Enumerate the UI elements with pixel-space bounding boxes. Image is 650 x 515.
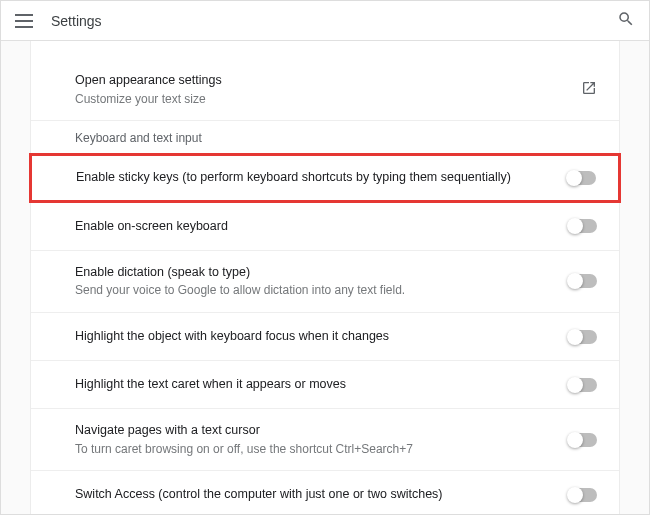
- search-icon[interactable]: [617, 10, 635, 32]
- page-title: Settings: [51, 13, 102, 29]
- topbar: Settings: [1, 1, 649, 41]
- row-desc: Customize your text size: [75, 91, 565, 108]
- row-desc: Send your voice to Google to allow dicta…: [75, 282, 553, 299]
- open-appearance-settings-row[interactable]: Open appearance settings Customize your …: [31, 59, 619, 121]
- caret-browsing-toggle[interactable]: [569, 433, 597, 447]
- menu-icon[interactable]: [15, 14, 33, 28]
- row-title: Highlight the text caret when it appears…: [75, 376, 553, 394]
- row-title: Enable dictation (speak to type): [75, 264, 553, 282]
- sticky-keys-toggle[interactable]: [568, 171, 596, 185]
- highlight-caret-toggle[interactable]: [569, 378, 597, 392]
- onscreen-keyboard-toggle[interactable]: [569, 219, 597, 233]
- content-area: Open appearance settings Customize your …: [1, 41, 649, 514]
- row-title: Enable sticky keys (to perform keyboard …: [76, 169, 552, 187]
- section-header-keyboard: Keyboard and text input: [31, 121, 619, 153]
- row-title: Open appearance settings: [75, 72, 565, 90]
- switch-access-row[interactable]: Switch Access (control the computer with…: [31, 471, 619, 514]
- dictation-toggle[interactable]: [569, 274, 597, 288]
- highlight-caret-row[interactable]: Highlight the text caret when it appears…: [31, 361, 619, 409]
- row-title: Navigate pages with a text cursor: [75, 422, 553, 440]
- onscreen-keyboard-row[interactable]: Enable on-screen keyboard: [31, 203, 619, 251]
- highlight-focus-toggle[interactable]: [569, 330, 597, 344]
- row-title: Switch Access (control the computer with…: [75, 486, 553, 504]
- sticky-keys-row[interactable]: Enable sticky keys (to perform keyboard …: [29, 153, 621, 203]
- row-desc: To turn caret browsing on or off, use th…: [75, 441, 553, 458]
- row-title: Enable on-screen keyboard: [75, 218, 553, 236]
- highlight-focus-row[interactable]: Highlight the object with keyboard focus…: [31, 313, 619, 361]
- settings-panel: Open appearance settings Customize your …: [30, 41, 620, 514]
- row-title: Highlight the object with keyboard focus…: [75, 328, 553, 346]
- switch-access-toggle[interactable]: [569, 488, 597, 502]
- caret-browsing-row[interactable]: Navigate pages with a text cursor To tur…: [31, 409, 619, 471]
- external-link-icon[interactable]: [581, 80, 597, 100]
- dictation-row[interactable]: Enable dictation (speak to type) Send yo…: [31, 251, 619, 313]
